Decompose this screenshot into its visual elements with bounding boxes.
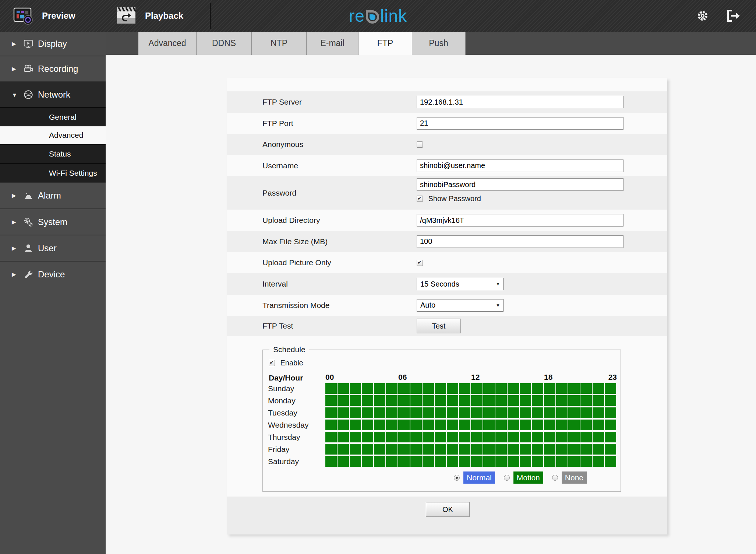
- schedule-cell[interactable]: [459, 420, 470, 430]
- schedule-cell[interactable]: [520, 420, 531, 430]
- logout-icon[interactable]: [726, 9, 741, 23]
- schedule-cell[interactable]: [532, 432, 543, 442]
- ok-button[interactable]: OK: [426, 502, 470, 517]
- schedule-cell[interactable]: [410, 444, 422, 455]
- schedule-cell[interactable]: [520, 432, 531, 442]
- schedule-cell[interactable]: [338, 407, 349, 418]
- sidebar-item-recording[interactable]: ▶ Recording: [0, 56, 106, 81]
- schedule-cell[interactable]: [435, 420, 446, 430]
- upload-picture-only-checkbox[interactable]: [417, 260, 423, 266]
- schedule-cell[interactable]: [593, 420, 604, 430]
- sidebar-subitem-wifi-settings[interactable]: Wi-Fi Settings: [0, 163, 106, 182]
- schedule-cell[interactable]: [386, 456, 398, 467]
- schedule-cell[interactable]: [483, 420, 495, 430]
- schedule-cell[interactable]: [495, 444, 507, 455]
- schedule-cell[interactable]: [568, 395, 580, 406]
- schedule-cell[interactable]: [362, 432, 373, 442]
- schedule-cell[interactable]: [593, 395, 604, 406]
- schedule-cell[interactable]: [605, 407, 616, 418]
- transmission-mode-select[interactable]: Auto ▼: [417, 299, 504, 312]
- sidebar-subitem-advanced[interactable]: Advanced: [0, 126, 106, 144]
- schedule-cell[interactable]: [423, 407, 434, 418]
- ftp-port-input[interactable]: [417, 117, 623, 130]
- sidebar-item-device[interactable]: ▶ Device: [0, 261, 106, 287]
- tab-push[interactable]: Push: [412, 32, 466, 55]
- schedule-cell[interactable]: [508, 444, 519, 455]
- schedule-cell[interactable]: [532, 444, 543, 455]
- schedule-cell[interactable]: [495, 432, 507, 442]
- schedule-cell[interactable]: [410, 432, 422, 442]
- schedule-cell[interactable]: [374, 456, 385, 467]
- schedule-cell[interactable]: [362, 456, 373, 467]
- schedule-cell[interactable]: [423, 432, 434, 442]
- schedule-cell[interactable]: [593, 456, 604, 467]
- schedule-cell[interactable]: [374, 395, 385, 406]
- schedule-cell[interactable]: [410, 395, 422, 406]
- schedule-cell[interactable]: [471, 420, 483, 430]
- schedule-cell[interactable]: [544, 420, 555, 430]
- schedule-cell[interactable]: [593, 407, 604, 418]
- schedule-cell[interactable]: [593, 444, 604, 455]
- schedule-cell[interactable]: [459, 383, 470, 394]
- schedule-row-monday[interactable]: [325, 395, 617, 406]
- schedule-cell[interactable]: [459, 407, 470, 418]
- schedule-cell[interactable]: [532, 383, 543, 394]
- schedule-cell[interactable]: [520, 407, 531, 418]
- schedule-cell[interactable]: [423, 383, 434, 394]
- schedule-cell[interactable]: [471, 456, 483, 467]
- schedule-cell[interactable]: [350, 407, 361, 418]
- schedule-cell[interactable]: [580, 432, 592, 442]
- playback-nav[interactable]: Playback: [116, 0, 183, 32]
- schedule-cell[interactable]: [447, 395, 458, 406]
- tab-ftp[interactable]: FTP: [358, 32, 412, 55]
- schedule-cell[interactable]: [483, 456, 495, 467]
- tab-advanced[interactable]: Advanced: [138, 32, 197, 55]
- schedule-cell[interactable]: [568, 420, 580, 430]
- schedule-cell[interactable]: [386, 407, 398, 418]
- schedule-cell[interactable]: [532, 420, 543, 430]
- schedule-cell[interactable]: [520, 383, 531, 394]
- schedule-cell[interactable]: [374, 420, 385, 430]
- schedule-row-thursday[interactable]: [325, 432, 617, 442]
- schedule-cell[interactable]: [423, 395, 434, 406]
- schedule-cell[interactable]: [435, 444, 446, 455]
- settings-gear-icon[interactable]: [696, 9, 710, 23]
- schedule-cell[interactable]: [580, 420, 592, 430]
- schedule-cell[interactable]: [568, 432, 580, 442]
- schedule-cell[interactable]: [338, 432, 349, 442]
- schedule-cell[interactable]: [593, 383, 604, 394]
- schedule-row-sunday[interactable]: [325, 383, 617, 394]
- schedule-cell[interactable]: [532, 456, 543, 467]
- schedule-cell[interactable]: [568, 444, 580, 455]
- username-input[interactable]: [417, 159, 623, 172]
- schedule-cell[interactable]: [532, 395, 543, 406]
- schedule-cell[interactable]: [532, 407, 543, 418]
- ftp-server-input[interactable]: [417, 96, 623, 108]
- schedule-cell[interactable]: [410, 407, 422, 418]
- schedule-cell[interactable]: [495, 407, 507, 418]
- schedule-cell[interactable]: [386, 383, 398, 394]
- schedule-cell[interactable]: [483, 383, 495, 394]
- schedule-cell[interactable]: [447, 444, 458, 455]
- preview-nav[interactable]: Preview: [13, 0, 75, 32]
- schedule-cell[interactable]: [556, 407, 568, 418]
- schedule-cell[interactable]: [556, 456, 568, 467]
- schedule-cell[interactable]: [495, 456, 507, 467]
- schedule-cell[interactable]: [398, 444, 410, 455]
- schedule-cell[interactable]: [580, 395, 592, 406]
- schedule-row-wednesday[interactable]: [325, 420, 617, 430]
- schedule-cell[interactable]: [495, 420, 507, 430]
- schedule-cell[interactable]: [459, 432, 470, 442]
- schedule-cell[interactable]: [398, 432, 410, 442]
- schedule-cell[interactable]: [362, 383, 373, 394]
- schedule-cell[interactable]: [435, 407, 446, 418]
- schedule-cell[interactable]: [338, 395, 349, 406]
- password-input[interactable]: [417, 178, 623, 191]
- schedule-cell[interactable]: [435, 395, 446, 406]
- schedule-cell[interactable]: [471, 383, 483, 394]
- schedule-cell[interactable]: [435, 456, 446, 467]
- schedule-cell[interactable]: [350, 395, 361, 406]
- schedule-cell[interactable]: [495, 395, 507, 406]
- schedule-cell[interactable]: [325, 444, 337, 455]
- schedule-cell[interactable]: [350, 383, 361, 394]
